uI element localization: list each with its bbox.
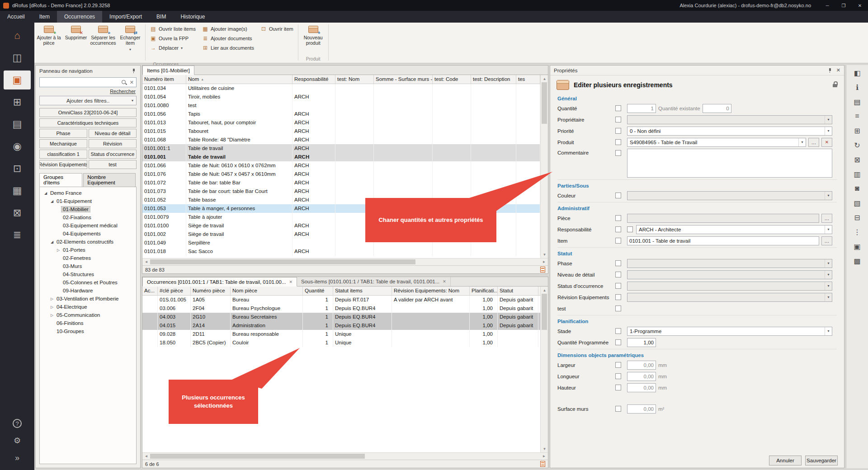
table-row[interactable]: 0101.015TabouretARCH xyxy=(142,127,540,136)
scroll-right-icon[interactable]: ► xyxy=(540,453,548,460)
column-header-planificati[interactable]: Planificati... xyxy=(470,287,498,295)
table-row[interactable]: 0101.018Sac SaccoARCH xyxy=(142,247,540,256)
table-row[interactable]: 0101.056TapisARCH xyxy=(142,110,540,118)
dropdown-stade[interactable]: 1-Programme▾ xyxy=(627,327,832,336)
settings-icon[interactable]: ⚙ xyxy=(4,433,31,448)
filter-button-r-vision[interactable]: Révision xyxy=(89,139,137,148)
projects-icon[interactable]: ⌂ xyxy=(4,26,31,45)
scroll-thumb[interactable] xyxy=(542,82,547,124)
lock-icon[interactable] xyxy=(832,81,838,89)
filter-button-status-d-occurrence[interactable]: Status d'occurrence xyxy=(89,150,137,159)
tree-item-10-groupes[interactable]: 10-Groupes xyxy=(40,327,136,335)
hauteur-input[interactable] xyxy=(627,383,656,392)
tree-item-05-communication[interactable]: ▷05-Communication xyxy=(40,311,136,319)
apply-checkbox[interactable] xyxy=(615,117,621,122)
tree-item-02-fenetres[interactable]: 02-Fenetres xyxy=(40,254,136,262)
ellipsis-button[interactable]: … xyxy=(821,236,832,245)
model-3d-icon[interactable]: ⊠ xyxy=(850,153,864,166)
tab-items-mobilier[interactable]: Items [01-Mobilier] xyxy=(142,66,194,75)
apply-checkbox[interactable] xyxy=(615,260,621,266)
column-header-test-description[interactable]: test: Description xyxy=(471,75,516,84)
table-row[interactable]: 0101.034Utilitaires de cuisine xyxy=(142,84,540,93)
tab-occurrences[interactable]: Occurrences [0101.001:1 / TAB1: Table de… xyxy=(142,277,297,287)
media-icon[interactable]: ⊡ xyxy=(4,159,31,178)
maximize-button[interactable]: ❐ xyxy=(835,0,852,11)
table-row[interactable]: 0101.068Table Ronde: 48 "DiamètreARCH xyxy=(142,136,540,144)
filter-button-omniclass-23-2010-06-24[interactable]: OmniClass 23[2010-06-24] xyxy=(39,108,137,117)
tree-item-03-ventilation-et-plomberie[interactable]: ▷03-Ventilation et Plomberie xyxy=(40,295,136,303)
report-icon[interactable] xyxy=(540,267,545,273)
expand-icon[interactable]: » xyxy=(4,450,31,465)
open-fpp-button[interactable]: ▣ Ouvre la FPP xyxy=(148,35,198,42)
column-header-nom[interactable]: Nom▲ xyxy=(186,75,292,84)
scroll-left-icon[interactable]: ◄ xyxy=(142,258,150,266)
dropdown-niveau-de-d-tail[interactable]: ▾ xyxy=(627,270,832,279)
close-button[interactable]: ✕ xyxy=(852,0,868,11)
new-product-button[interactable]: + Nouveau produit xyxy=(300,24,327,46)
components-icon[interactable]: ▧ xyxy=(850,196,864,210)
package-icon[interactable]: ▣ xyxy=(850,240,864,253)
save-button[interactable]: Sauvegarder xyxy=(805,456,838,465)
report-icon[interactable] xyxy=(540,461,545,467)
dropdown-status-d-occurrence[interactable]: ▾ xyxy=(627,282,832,291)
tree-item-01-portes[interactable]: ▷01-Portes xyxy=(40,246,136,254)
tree-item-06-finitions[interactable]: 06-Finitions xyxy=(40,319,136,327)
filter-button-test[interactable]: test xyxy=(89,160,137,169)
help-icon[interactable]: ? xyxy=(4,416,31,431)
product-icon[interactable]: ⊞ xyxy=(850,124,864,137)
column-header-statut[interactable]: Statut xyxy=(498,287,538,295)
pi-ce-input[interactable] xyxy=(627,214,819,223)
menu-tab-historique[interactable]: Historique xyxy=(173,11,212,23)
systems-icon[interactable]: ⊠ xyxy=(4,203,31,222)
existing-quantity-input[interactable] xyxy=(703,104,731,113)
dropdown-produit[interactable]: S49084965 - Table de Travail▾ xyxy=(627,138,806,147)
collapse-icon[interactable]: ◢ xyxy=(49,199,55,203)
apply-checkbox[interactable] xyxy=(615,294,621,300)
apply-checkbox[interactable] xyxy=(615,328,621,334)
add-documents-button[interactable]: ≣ Ajouter documents xyxy=(200,35,256,42)
items-icon[interactable]: ▣ xyxy=(4,70,31,89)
ellipsis-button[interactable]: … xyxy=(821,214,832,223)
column-header-num-ro-pi-ce[interactable]: Numéro pièce xyxy=(191,287,231,295)
apply-checkbox[interactable] xyxy=(615,362,621,368)
add-filters-dropdown[interactable]: Ajouter des filtres.. ▾ xyxy=(39,96,137,105)
menu-tab-occurrences[interactable]: Occurrences xyxy=(57,11,102,23)
table-row[interactable]: 0101.054Tiroir, mobilesARCH xyxy=(142,93,540,101)
sub-items-icon[interactable]: ⊟ xyxy=(850,211,864,224)
expand-icon[interactable]: ▷ xyxy=(55,248,61,252)
apply-checkbox[interactable] xyxy=(615,283,621,289)
column-header-num-ro-item[interactable]: Numéro item xyxy=(142,75,186,84)
menu-tab-accueil[interactable]: Accueil xyxy=(0,11,32,23)
add-images-button[interactable]: ▦ Ajouter image(s) xyxy=(200,25,256,33)
column-header-test-code[interactable]: test: Code xyxy=(433,75,471,84)
expand-icon[interactable]: ▷ xyxy=(49,297,55,301)
tree-item-04-equipements[interactable]: 04-Equipements xyxy=(40,230,136,238)
cancel-button[interactable]: Annuler xyxy=(769,456,802,465)
apply-checkbox[interactable] xyxy=(615,215,621,221)
documents-icon[interactable]: ▤ xyxy=(4,115,31,134)
tree-item-03-murs[interactable]: 03-Murs xyxy=(40,262,136,270)
apply-checkbox[interactable] xyxy=(615,128,621,134)
search-icon[interactable] xyxy=(121,80,127,85)
close-panel-icon[interactable]: ✕ xyxy=(836,67,840,73)
filter-button-phase[interactable]: Phase xyxy=(39,129,87,138)
column-header-responsabilit[interactable]: Responsabilité xyxy=(292,75,335,84)
quantity-input[interactable] xyxy=(627,104,656,113)
quantit-programm-e-input[interactable] xyxy=(627,338,656,347)
move-button[interactable]: → Déplacer ▾ xyxy=(148,44,198,52)
ellipsis-button[interactable]: … xyxy=(808,138,819,147)
apply-checkbox[interactable] xyxy=(615,306,621,311)
occ-horizontal-scrollbar[interactable]: ◄ ► xyxy=(142,452,548,460)
surface-murs-input[interactable] xyxy=(627,404,656,414)
buildings-icon[interactable]: ▦ xyxy=(4,181,31,200)
table-row[interactable]: 0101.001:1Table de travailARCH xyxy=(142,144,540,153)
reports-icon[interactable]: ≣ xyxy=(4,226,31,244)
nav-tab-groupes-d-items[interactable]: Groupes d'items xyxy=(39,173,82,187)
products-icon[interactable]: ⊞ xyxy=(4,93,31,112)
scroll-up-icon[interactable]: ▲ xyxy=(541,287,548,294)
pin-icon[interactable] xyxy=(827,68,833,73)
tree-item-01-equipement[interactable]: ◢01-Equipement xyxy=(40,197,136,205)
refresh-model-icon[interactable]: ↻ xyxy=(850,138,864,152)
exchange-item-button[interactable]: ⇄ Echanger item ▾ xyxy=(117,24,144,52)
filter-button-classification-1[interactable]: classification 1 xyxy=(39,150,87,159)
